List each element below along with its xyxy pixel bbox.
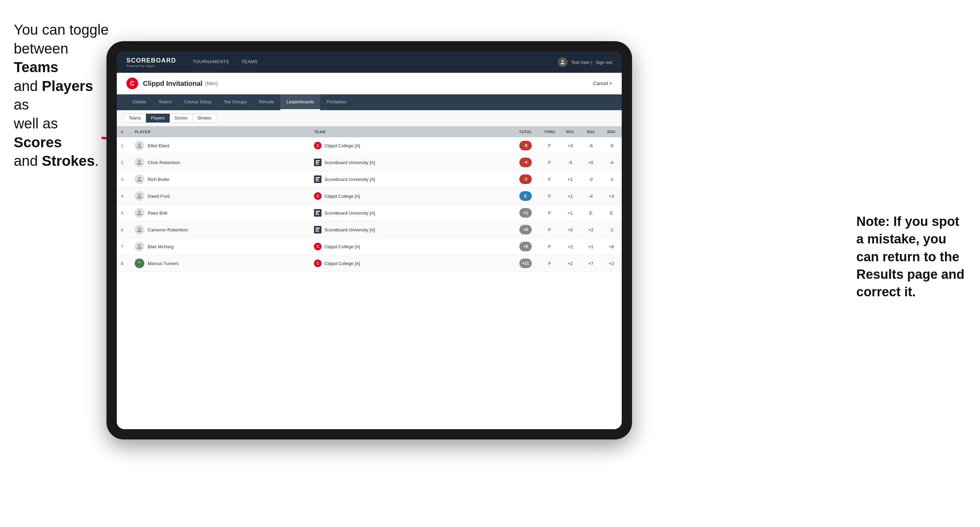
nav-teams[interactable]: TEAMS (235, 51, 264, 73)
player-avatar (135, 157, 144, 167)
col-num: # (117, 126, 130, 137)
tab-results[interactable]: Results (253, 94, 280, 110)
score-badge: -2 (519, 175, 532, 184)
score-badge: +6 (519, 225, 532, 235)
player-rd3: -4 (601, 154, 622, 171)
player-team-cell: CClippd College [A] (310, 255, 512, 272)
player-rd2: -2 (581, 171, 601, 188)
player-thru: F (539, 255, 560, 272)
team-name: Clippd College [A] (324, 244, 360, 249)
player-rank: 3 (117, 171, 130, 188)
player-rd3: E (601, 205, 622, 221)
subtab-strokes[interactable]: Strokes (193, 114, 217, 122)
svg-rect-9 (316, 214, 319, 215)
player-thru: F (539, 221, 560, 238)
player-avatar (135, 242, 144, 251)
player-rd3: +2 (601, 255, 622, 272)
svg-rect-2 (316, 162, 318, 163)
player-rd3: -1 (601, 221, 622, 238)
player-rd3: +6 (601, 238, 622, 255)
player-rd2: +1 (581, 238, 601, 255)
svg-rect-12 (316, 231, 319, 232)
svg-rect-11 (316, 229, 318, 230)
player-thru: F (539, 205, 560, 221)
tab-tee-groups[interactable]: Tee Groups (218, 94, 253, 110)
player-team-cell: CClippd College [A] (310, 188, 512, 205)
player-rd1: +1 (560, 188, 581, 205)
player-total: -4 (512, 154, 539, 171)
player-name-cell: Chris Robertson (130, 154, 310, 171)
player-rank: 6 (117, 221, 130, 238)
player-name-cell: Elliot Ebert (130, 137, 310, 154)
tab-teams[interactable]: Teams (153, 94, 178, 110)
player-avatar (135, 191, 144, 201)
tab-printables[interactable]: Printables (320, 94, 352, 110)
tab-leaderboards[interactable]: Leaderboards (280, 94, 320, 110)
player-rd1: +5 (560, 221, 581, 238)
col-rd2: RD2 (581, 126, 601, 137)
header-user: Test User | Sign out (558, 57, 612, 67)
player-name: Rich Butler (148, 177, 170, 182)
player-thru: F (539, 137, 560, 154)
tab-details[interactable]: Details (126, 94, 153, 110)
team-icon-scoreboard (314, 209, 321, 217)
table-row: 5 Rees Britt Scoreboard University [A]+1… (117, 205, 622, 221)
player-rd1: +2 (560, 255, 581, 272)
score-badge: E (519, 191, 532, 201)
player-rd1: +1 (560, 171, 581, 188)
score-badge: -8 (519, 141, 532, 150)
player-name-cell: Cameron Robertson (130, 221, 310, 238)
player-name: Rees Britt (148, 210, 167, 216)
team-icon-scoreboard (314, 175, 321, 183)
nav-tournaments[interactable]: TOURNAMENTS (186, 51, 235, 73)
player-team-cell: Scoreboard University [A] (310, 205, 512, 221)
subtab-teams[interactable]: Teams (124, 114, 146, 122)
svg-rect-4 (316, 177, 320, 178)
col-thru: THRU (539, 126, 560, 137)
player-rd2: -6 (581, 137, 601, 154)
player-rd3: -5 (601, 137, 622, 154)
svg-rect-5 (316, 179, 318, 180)
player-name: Marcus Turners (148, 261, 179, 266)
player-name-cell: David Ford (130, 188, 310, 205)
cancel-button[interactable]: Cancel × (593, 81, 612, 86)
player-name-cell: Blair McHarg (130, 238, 310, 255)
svg-rect-3 (316, 164, 319, 165)
svg-rect-1 (316, 160, 320, 161)
player-avatar (135, 175, 144, 184)
player-thru: F (539, 188, 560, 205)
player-rd2: E (581, 205, 601, 221)
team-name: Scoreboard University [A] (324, 177, 375, 182)
subtab-scores[interactable]: Scores (170, 114, 192, 122)
app-logo: SCOREBOARD Powered by clippd (126, 57, 176, 68)
subtab-players[interactable]: Players (146, 114, 170, 122)
player-team-cell: CClippd College [A] (310, 238, 512, 255)
player-rd2: +5 (581, 154, 601, 171)
tab-course-setup[interactable]: Course Setup (178, 94, 218, 110)
score-badge: +11 (519, 259, 532, 268)
team-name: Clippd College [A] (324, 194, 360, 199)
player-total: +1 (512, 205, 539, 221)
player-rank: 2 (117, 154, 130, 171)
player-avatar (135, 141, 144, 150)
player-rd2: -4 (581, 188, 601, 205)
app-header: SCOREBOARD Powered by clippd TOURNAMENTS… (117, 51, 622, 73)
team-icon-clippd: C (314, 192, 321, 200)
player-total: -8 (512, 137, 539, 154)
team-name: Clippd College [A] (324, 261, 360, 266)
col-total: TOTAL (512, 126, 539, 137)
tab-nav: Details Teams Course Setup Tee Groups Re… (117, 94, 622, 110)
player-rd3: +3 (601, 188, 622, 205)
player-rank: 4 (117, 188, 130, 205)
sub-tab-row: Teams Players Scores Strokes (117, 110, 622, 126)
player-name: David Ford (148, 194, 170, 199)
player-thru: F (539, 238, 560, 255)
col-player: PLAYER (130, 126, 310, 137)
player-thru: F (539, 171, 560, 188)
player-rd1: +3 (560, 137, 581, 154)
player-team-cell: Scoreboard University [A] (310, 154, 512, 171)
leaderboard-table: # PLAYER TEAM TOTAL THRU RD1 RD2 RD3 1 E… (117, 126, 622, 429)
tablet-screen: SCOREBOARD Powered by clippd TOURNAMENTS… (117, 51, 622, 429)
col-rd1: RD1 (560, 126, 581, 137)
table-row: 3 Rich Butler Scoreboard University [A]-… (117, 171, 622, 188)
